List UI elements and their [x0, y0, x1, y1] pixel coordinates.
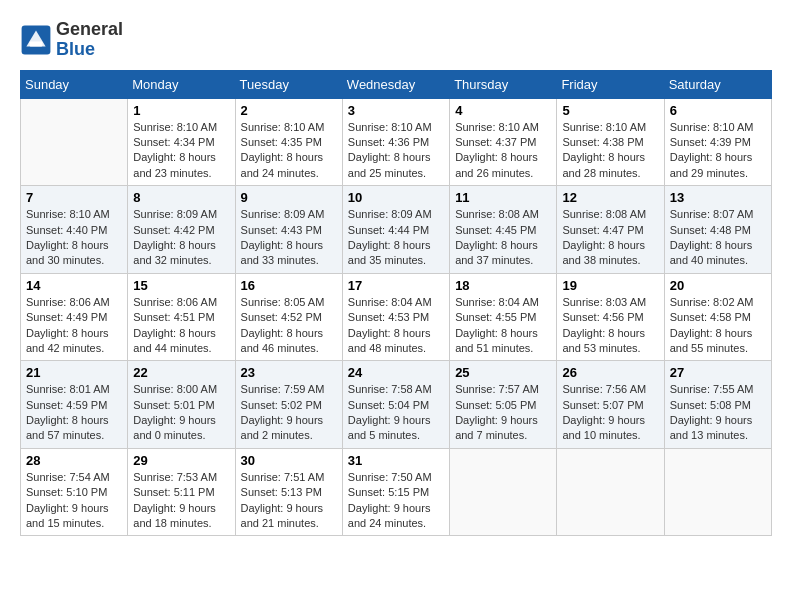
week-row-4: 21Sunrise: 8:01 AMSunset: 4:59 PMDayligh…: [21, 361, 772, 449]
day-cell: 21Sunrise: 8:01 AMSunset: 4:59 PMDayligh…: [21, 361, 128, 449]
day-cell: 20Sunrise: 8:02 AMSunset: 4:58 PMDayligh…: [664, 273, 771, 361]
header-tuesday: Tuesday: [235, 70, 342, 98]
day-number: 1: [133, 103, 229, 118]
calendar-header-row: SundayMondayTuesdayWednesdayThursdayFrid…: [21, 70, 772, 98]
header-wednesday: Wednesday: [342, 70, 449, 98]
day-info: Sunrise: 8:06 AMSunset: 4:51 PMDaylight:…: [133, 295, 229, 357]
header-sunday: Sunday: [21, 70, 128, 98]
day-cell: 17Sunrise: 8:04 AMSunset: 4:53 PMDayligh…: [342, 273, 449, 361]
day-cell: 22Sunrise: 8:00 AMSunset: 5:01 PMDayligh…: [128, 361, 235, 449]
day-number: 11: [455, 190, 551, 205]
day-number: 4: [455, 103, 551, 118]
day-info: Sunrise: 8:10 AMSunset: 4:36 PMDaylight:…: [348, 120, 444, 182]
day-info: Sunrise: 7:55 AMSunset: 5:08 PMDaylight:…: [670, 382, 766, 444]
day-cell: 23Sunrise: 7:59 AMSunset: 5:02 PMDayligh…: [235, 361, 342, 449]
svg-rect-2: [30, 41, 43, 46]
day-number: 30: [241, 453, 337, 468]
day-cell: 4Sunrise: 8:10 AMSunset: 4:37 PMDaylight…: [450, 98, 557, 186]
day-cell: 9Sunrise: 8:09 AMSunset: 4:43 PMDaylight…: [235, 186, 342, 274]
day-number: 6: [670, 103, 766, 118]
day-number: 8: [133, 190, 229, 205]
day-cell: [664, 448, 771, 536]
day-number: 19: [562, 278, 658, 293]
day-info: Sunrise: 7:50 AMSunset: 5:15 PMDaylight:…: [348, 470, 444, 532]
week-row-5: 28Sunrise: 7:54 AMSunset: 5:10 PMDayligh…: [21, 448, 772, 536]
day-info: Sunrise: 8:02 AMSunset: 4:58 PMDaylight:…: [670, 295, 766, 357]
day-number: 20: [670, 278, 766, 293]
day-cell: 7Sunrise: 8:10 AMSunset: 4:40 PMDaylight…: [21, 186, 128, 274]
day-number: 21: [26, 365, 122, 380]
day-number: 15: [133, 278, 229, 293]
day-cell: 12Sunrise: 8:08 AMSunset: 4:47 PMDayligh…: [557, 186, 664, 274]
day-number: 29: [133, 453, 229, 468]
day-info: Sunrise: 8:01 AMSunset: 4:59 PMDaylight:…: [26, 382, 122, 444]
page-header: General Blue: [20, 20, 772, 60]
day-number: 16: [241, 278, 337, 293]
day-cell: 26Sunrise: 7:56 AMSunset: 5:07 PMDayligh…: [557, 361, 664, 449]
day-info: Sunrise: 8:10 AMSunset: 4:40 PMDaylight:…: [26, 207, 122, 269]
day-number: 7: [26, 190, 122, 205]
logo-icon: [20, 24, 52, 56]
day-cell: 11Sunrise: 8:08 AMSunset: 4:45 PMDayligh…: [450, 186, 557, 274]
day-number: 17: [348, 278, 444, 293]
day-number: 25: [455, 365, 551, 380]
day-info: Sunrise: 7:59 AMSunset: 5:02 PMDaylight:…: [241, 382, 337, 444]
day-cell: 30Sunrise: 7:51 AMSunset: 5:13 PMDayligh…: [235, 448, 342, 536]
day-cell: 28Sunrise: 7:54 AMSunset: 5:10 PMDayligh…: [21, 448, 128, 536]
day-number: 24: [348, 365, 444, 380]
day-number: 14: [26, 278, 122, 293]
day-number: 22: [133, 365, 229, 380]
day-info: Sunrise: 8:09 AMSunset: 4:44 PMDaylight:…: [348, 207, 444, 269]
day-cell: 13Sunrise: 8:07 AMSunset: 4:48 PMDayligh…: [664, 186, 771, 274]
week-row-1: 1Sunrise: 8:10 AMSunset: 4:34 PMDaylight…: [21, 98, 772, 186]
header-thursday: Thursday: [450, 70, 557, 98]
day-cell: [21, 98, 128, 186]
day-cell: 15Sunrise: 8:06 AMSunset: 4:51 PMDayligh…: [128, 273, 235, 361]
day-info: Sunrise: 8:09 AMSunset: 4:42 PMDaylight:…: [133, 207, 229, 269]
day-info: Sunrise: 7:51 AMSunset: 5:13 PMDaylight:…: [241, 470, 337, 532]
day-cell: 14Sunrise: 8:06 AMSunset: 4:49 PMDayligh…: [21, 273, 128, 361]
day-cell: 5Sunrise: 8:10 AMSunset: 4:38 PMDaylight…: [557, 98, 664, 186]
week-row-3: 14Sunrise: 8:06 AMSunset: 4:49 PMDayligh…: [21, 273, 772, 361]
day-number: 12: [562, 190, 658, 205]
day-info: Sunrise: 7:58 AMSunset: 5:04 PMDaylight:…: [348, 382, 444, 444]
day-info: Sunrise: 8:03 AMSunset: 4:56 PMDaylight:…: [562, 295, 658, 357]
day-info: Sunrise: 7:53 AMSunset: 5:11 PMDaylight:…: [133, 470, 229, 532]
day-number: 13: [670, 190, 766, 205]
day-info: Sunrise: 8:00 AMSunset: 5:01 PMDaylight:…: [133, 382, 229, 444]
day-cell: 16Sunrise: 8:05 AMSunset: 4:52 PMDayligh…: [235, 273, 342, 361]
day-info: Sunrise: 8:08 AMSunset: 4:47 PMDaylight:…: [562, 207, 658, 269]
day-number: 9: [241, 190, 337, 205]
day-info: Sunrise: 8:10 AMSunset: 4:37 PMDaylight:…: [455, 120, 551, 182]
day-number: 2: [241, 103, 337, 118]
day-cell: 18Sunrise: 8:04 AMSunset: 4:55 PMDayligh…: [450, 273, 557, 361]
day-number: 3: [348, 103, 444, 118]
day-cell: 10Sunrise: 8:09 AMSunset: 4:44 PMDayligh…: [342, 186, 449, 274]
day-cell: 3Sunrise: 8:10 AMSunset: 4:36 PMDaylight…: [342, 98, 449, 186]
day-info: Sunrise: 7:54 AMSunset: 5:10 PMDaylight:…: [26, 470, 122, 532]
day-cell: 31Sunrise: 7:50 AMSunset: 5:15 PMDayligh…: [342, 448, 449, 536]
day-cell: 6Sunrise: 8:10 AMSunset: 4:39 PMDaylight…: [664, 98, 771, 186]
day-info: Sunrise: 8:10 AMSunset: 4:38 PMDaylight:…: [562, 120, 658, 182]
day-info: Sunrise: 8:09 AMSunset: 4:43 PMDaylight:…: [241, 207, 337, 269]
day-cell: 1Sunrise: 8:10 AMSunset: 4:34 PMDaylight…: [128, 98, 235, 186]
day-info: Sunrise: 7:56 AMSunset: 5:07 PMDaylight:…: [562, 382, 658, 444]
week-row-2: 7Sunrise: 8:10 AMSunset: 4:40 PMDaylight…: [21, 186, 772, 274]
logo-text: General Blue: [56, 20, 123, 60]
day-info: Sunrise: 8:05 AMSunset: 4:52 PMDaylight:…: [241, 295, 337, 357]
day-cell: 29Sunrise: 7:53 AMSunset: 5:11 PMDayligh…: [128, 448, 235, 536]
day-number: 18: [455, 278, 551, 293]
day-cell: 2Sunrise: 8:10 AMSunset: 4:35 PMDaylight…: [235, 98, 342, 186]
header-friday: Friday: [557, 70, 664, 98]
day-cell: 24Sunrise: 7:58 AMSunset: 5:04 PMDayligh…: [342, 361, 449, 449]
day-info: Sunrise: 8:10 AMSunset: 4:39 PMDaylight:…: [670, 120, 766, 182]
day-number: 27: [670, 365, 766, 380]
day-cell: 25Sunrise: 7:57 AMSunset: 5:05 PMDayligh…: [450, 361, 557, 449]
day-info: Sunrise: 8:04 AMSunset: 4:55 PMDaylight:…: [455, 295, 551, 357]
day-cell: 8Sunrise: 8:09 AMSunset: 4:42 PMDaylight…: [128, 186, 235, 274]
logo: General Blue: [20, 20, 123, 60]
day-info: Sunrise: 8:04 AMSunset: 4:53 PMDaylight:…: [348, 295, 444, 357]
day-info: Sunrise: 8:08 AMSunset: 4:45 PMDaylight:…: [455, 207, 551, 269]
day-number: 10: [348, 190, 444, 205]
day-info: Sunrise: 8:10 AMSunset: 4:35 PMDaylight:…: [241, 120, 337, 182]
